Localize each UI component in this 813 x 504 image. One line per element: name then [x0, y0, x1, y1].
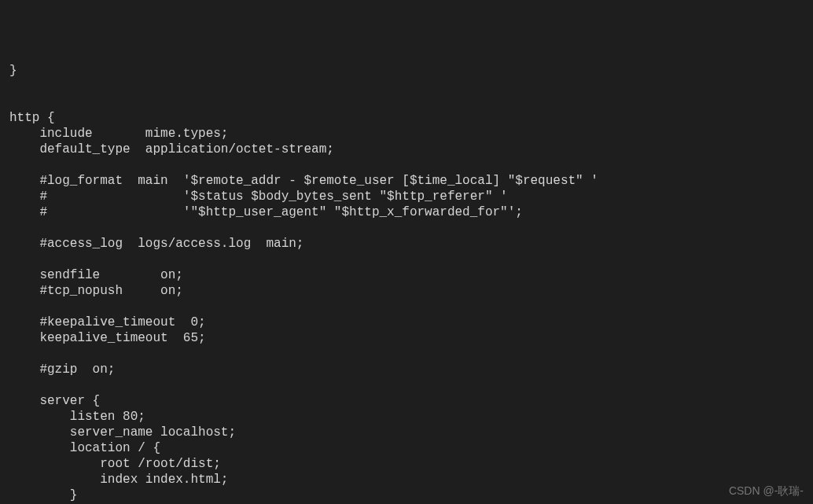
code-line: listen 80;	[9, 409, 813, 425]
code-line: http {	[9, 110, 813, 126]
code-line	[9, 377, 813, 393]
code-line: location / {	[9, 440, 813, 456]
code-line: #keepalive_timeout 0;	[9, 315, 813, 330]
code-line	[9, 346, 813, 362]
code-line	[9, 94, 813, 110]
code-line	[9, 220, 813, 236]
code-line	[9, 79, 813, 94]
code-line: #gzip on;	[9, 362, 813, 377]
code-line: #access_log logs/access.log main;	[9, 236, 813, 252]
watermark-text: CSDN @-耿瑞-	[729, 484, 804, 498]
code-line: default_type application/octet-stream;	[9, 142, 813, 157]
code-line: sendfile on;	[9, 267, 813, 283]
code-line: include mime.types;	[9, 126, 813, 142]
code-line: index index.html;	[9, 472, 813, 487]
code-line: server_name localhost;	[9, 425, 813, 440]
code-line: root /root/dist;	[9, 456, 813, 472]
code-block: } http { include mime.types; default_typ…	[0, 63, 813, 504]
code-line: #log_format main '$remote_addr - $remote…	[9, 173, 813, 189]
code-line: keepalive_timeout 65;	[9, 330, 813, 346]
code-line	[9, 157, 813, 173]
code-line: server {	[9, 393, 813, 409]
code-line: }	[9, 487, 813, 503]
code-line: #tcp_nopush on;	[9, 283, 813, 299]
code-line: # '"$http_user_agent" "$http_x_forwarded…	[9, 204, 813, 220]
code-line	[9, 252, 813, 267]
code-line	[9, 299, 813, 315]
code-line: # '$status $body_bytes_sent "$http_refer…	[9, 189, 813, 204]
code-line: }	[9, 63, 813, 79]
